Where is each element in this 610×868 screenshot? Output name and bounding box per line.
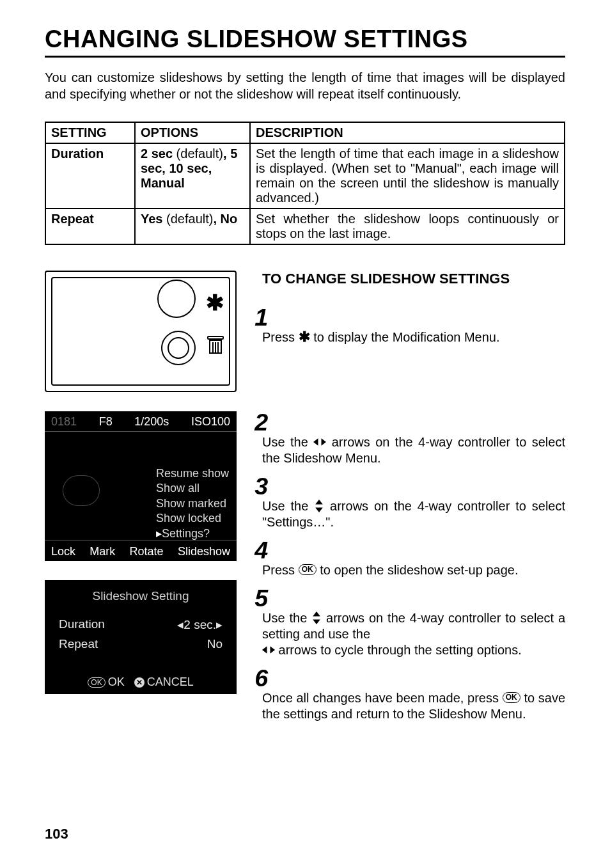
step-body-2: Use the arrows on the 4-way controller t…	[262, 434, 565, 466]
title-rule	[45, 56, 565, 58]
lcd-menu-item: Show marked	[156, 496, 229, 511]
page-number: 103	[45, 826, 68, 842]
svg-marker-6	[262, 646, 267, 654]
cell-setting: Duration	[45, 143, 135, 209]
svg-marker-2	[315, 500, 323, 505]
star-icon: ✱	[299, 328, 310, 346]
step-body-3: Use the arrows on the 4-way controller t…	[262, 498, 565, 530]
lcd2-value: ◂2 sec.▸	[177, 617, 223, 632]
step-number-4: 4	[254, 539, 573, 562]
ok-button-icon: OK	[503, 692, 520, 703]
svg-marker-1	[322, 438, 327, 446]
step-body-6: Once all changes have been made, press O…	[262, 690, 565, 722]
cell-description: Set whether the slideshow loops continuo…	[250, 209, 565, 244]
th-setting: SETTING	[45, 122, 135, 143]
th-description: DESCRIPTION	[250, 122, 565, 143]
lcd-iso: ISO100	[191, 415, 230, 429]
lcd-counter: 0181	[51, 415, 77, 429]
lcd-slideshow-setting: Slideshow Setting Duration ◂2 sec.▸ Repe…	[45, 580, 237, 694]
lcd2-label: Duration	[59, 617, 105, 632]
cell-description: Set the length of time that each image i…	[250, 143, 565, 209]
step-body-1: Press ✱ to display the Modification Menu…	[262, 329, 565, 347]
cell-setting: Repeat	[45, 209, 135, 244]
step-number-1: 1	[254, 306, 573, 329]
table-row: Repeat Yes (default), No Set whether the…	[45, 209, 565, 244]
th-options: OPTIONS	[135, 122, 250, 143]
lcd-menu-item: Show all	[156, 481, 229, 496]
lcd-soft-lock: Lock	[51, 545, 75, 558]
lcd-menu-item: Resume show	[156, 466, 229, 481]
svg-marker-7	[270, 646, 276, 654]
svg-marker-4	[313, 612, 320, 617]
lcd-aperture: F8	[99, 415, 113, 429]
left-right-arrows-icon	[313, 436, 326, 448]
step-body-4: Press OK to open the slideshow set-up pa…	[262, 562, 565, 578]
lcd-slideshow-menu: 0181 F8 1/200s ISO100 Resume show Show a…	[45, 411, 237, 561]
step-number-5: 5	[254, 587, 573, 610]
lcd-shutter: 1/200s	[134, 415, 169, 429]
cancel-x-icon: ✕	[134, 677, 145, 688]
step-number-3: 3	[254, 475, 573, 498]
star-icon: ✱	[206, 290, 224, 315]
ok-button-icon: OK	[299, 564, 317, 575]
step-body-5: Use the arrows on the 4-way controller t…	[262, 610, 565, 658]
step-number-2: 2	[254, 411, 573, 434]
lcd-menu-item: ▸Settings?	[156, 526, 229, 541]
lcd-soft-rotate: Rotate	[130, 545, 164, 558]
up-down-arrows-icon	[311, 612, 322, 624]
lcd2-footer: OKOK ✕CANCEL	[45, 675, 237, 689]
svg-marker-3	[315, 507, 323, 512]
page-title: CHANGING SLIDESHOW SETTINGS	[45, 26, 565, 53]
lcd-menu-item: Show locked	[156, 511, 229, 526]
lcd2-value: No	[207, 637, 223, 651]
section-subhead: TO CHANGE SLIDESHOW SETTINGS	[262, 271, 565, 287]
settings-table: SETTING OPTIONS DESCRIPTION Duration 2 s…	[45, 122, 565, 245]
lcd2-label: Repeat	[59, 637, 98, 651]
cell-options: 2 sec (default), 5 sec, 10 sec, Manual	[135, 143, 250, 209]
lcd-menu-list: Resume show Show all Show marked Show lo…	[156, 466, 229, 541]
ok-pill-icon: OK	[88, 677, 105, 688]
svg-marker-5	[313, 619, 320, 624]
table-header-row: SETTING OPTIONS DESCRIPTION	[45, 122, 565, 143]
lcd-soft-slideshow: Slideshow	[178, 545, 230, 558]
lcd2-title: Slideshow Setting	[45, 589, 237, 603]
step-number-6: 6	[254, 667, 573, 690]
trash-icon	[207, 336, 224, 355]
svg-marker-0	[313, 438, 318, 446]
left-right-arrows-icon	[262, 644, 275, 656]
camera-diagram: ✱	[45, 271, 237, 392]
cell-options: Yes (default), No	[135, 209, 250, 244]
lcd-soft-mark: Mark	[90, 545, 115, 558]
table-row: Duration 2 sec (default), 5 sec, 10 sec,…	[45, 143, 565, 209]
up-down-arrows-icon	[314, 500, 324, 512]
intro-paragraph: You can customize slideshows by setting …	[45, 69, 565, 102]
